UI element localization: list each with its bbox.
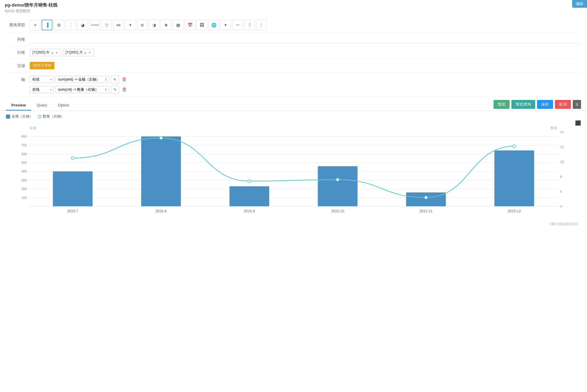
svg-text:4: 4 xyxy=(560,205,562,208)
heatmap-icon[interactable]: ▦ xyxy=(173,20,183,30)
preview-query-button[interactable]: 预览查询 xyxy=(511,100,535,109)
bar-icon[interactable]: ▐ xyxy=(42,20,52,30)
svg-text:2015-12: 2015-12 xyxy=(508,209,521,213)
tree-icon[interactable]: ❀ xyxy=(161,20,171,30)
svg-rect-29 xyxy=(494,150,534,206)
image-icon[interactable]: 🖼 xyxy=(196,20,207,30)
svg-text:400: 400 xyxy=(21,170,27,173)
stacked-bar-icon[interactable]: ⊞ xyxy=(54,20,64,30)
row-dim-row: 行维 [YQMD].年▲▼[YQMD].月▲▼ xyxy=(6,46,581,59)
svg-text:金额: 金额 xyxy=(30,126,36,130)
charttype-label: 图表类型 xyxy=(6,22,30,28)
svg-rect-28 xyxy=(406,192,446,206)
svg-rect-25 xyxy=(141,137,181,206)
col-dim-content xyxy=(30,36,581,43)
bubble-icon[interactable]: ⊚ xyxy=(137,20,148,30)
cancel-button[interactable]: 取消 xyxy=(555,100,571,109)
page-header: pg-demo/按年月销售-柱线 full-01-星型模型 xyxy=(0,0,587,15)
axis-mapping-select-1[interactable]: sum(cnt) -> 数量（右轴） xyxy=(55,86,109,93)
svg-text:2015-11: 2015-11 xyxy=(419,209,433,213)
dots-icon[interactable]: ⋮ xyxy=(256,20,267,30)
calendar-icon[interactable]: 📅 xyxy=(185,20,195,30)
tab-preview[interactable]: Preview xyxy=(6,101,31,111)
table-icon[interactable]: ≡ xyxy=(30,20,40,30)
main-chart-svg: 100200300400500600700800468101214金额数量201… xyxy=(6,120,581,221)
axis-delete-btn-1[interactable]: 🗑 xyxy=(121,87,128,92)
svg-text:2015-9: 2015-9 xyxy=(244,209,255,213)
axis-type-select-0[interactable]: 柱状 xyxy=(30,76,54,83)
legend-line-item: 数量（右轴） xyxy=(38,114,64,119)
svg-rect-24 xyxy=(53,171,93,206)
bowtie-icon[interactable]: ⋈ xyxy=(113,20,124,30)
svg-text:600: 600 xyxy=(21,152,27,156)
pie-icon[interactable]: ◕ xyxy=(77,20,88,30)
scatter-icon[interactable]: ⁚ xyxy=(65,20,76,30)
svg-text:2015-8: 2015-8 xyxy=(155,209,167,213)
row-dim-tag-0[interactable]: [YQMD].年▲▼ xyxy=(30,49,61,56)
extra-button[interactable]: S xyxy=(573,100,581,109)
axis-edit-btn-0[interactable]: ✎ xyxy=(111,75,119,84)
radar-icon[interactable]: ✦ xyxy=(125,20,136,30)
tabs-actions-row: PreviewQueryOption 预览 预览查询 保存 取消 S xyxy=(0,100,587,111)
filter-row: 过滤 2015下半年 xyxy=(6,59,581,72)
legend-line-label: 数量（右轴） xyxy=(43,114,64,119)
filter-tag[interactable]: 2015下半年 xyxy=(30,62,54,69)
tabs: PreviewQueryOption xyxy=(6,101,75,111)
axis-delete-btn-0[interactable]: 🗑 xyxy=(121,77,128,82)
row-dim-label: 行维 xyxy=(6,50,30,55)
axis-type-select-1[interactable]: 折线 xyxy=(30,86,54,93)
svg-text:500: 500 xyxy=(21,161,27,164)
svg-text:200: 200 xyxy=(21,187,27,191)
row-dim-filter-icon-1[interactable]: ▼ xyxy=(88,51,91,54)
svg-rect-26 xyxy=(230,186,269,206)
chart-footer: ©稀土掘金技术社区 xyxy=(6,222,581,226)
svg-text:14: 14 xyxy=(560,130,564,134)
axis-mapping-select-0[interactable]: sum(amt) -> 金额（左轴） xyxy=(55,76,109,83)
axis-row-1: 折线sum(cnt) -> 数量（右轴）✎🗑 xyxy=(30,85,128,94)
action-buttons: 预览 预览查询 保存 取消 S xyxy=(494,100,581,111)
row-dim-content: [YQMD].年▲▼[YQMD].月▲▼ xyxy=(30,49,581,56)
axis-content: 柱状sum(amt) -> 金额（左轴）✎🗑折线sum(cnt) -> 数量（右… xyxy=(30,75,581,94)
chart-wrapper: ⬛ 100200300400500600700800468101214金额数量2… xyxy=(6,120,581,221)
svg-text:800: 800 xyxy=(21,135,27,138)
legend-bar-icon xyxy=(6,115,10,119)
axis-edit-btn-1[interactable]: ✎ xyxy=(111,85,119,94)
config-section: 图表类型 ≡▐⊞⁚◕12,816▽⋈✦⊚◑❀▦📅🖼🌐✦⤳⤴⋮ 列维 行维 [YQ… xyxy=(0,15,587,99)
tab-option[interactable]: Option xyxy=(53,101,75,111)
top-bar-badge[interactable]: 编辑 xyxy=(572,0,587,8)
svg-point-32 xyxy=(248,180,251,183)
svg-text:6: 6 xyxy=(560,190,562,193)
svg-point-31 xyxy=(160,137,163,139)
filter-content: 2015下半年 xyxy=(30,62,581,69)
svg-text:12: 12 xyxy=(560,145,564,149)
chart-type-grid: ≡▐⊞⁚◕12,816▽⋈✦⊚◑❀▦📅🖼🌐✦⤳⤴⋮ xyxy=(30,20,581,30)
globe-icon[interactable]: 🌐 xyxy=(208,20,219,30)
flow-icon[interactable]: ⤳ xyxy=(232,20,243,30)
svg-text:8: 8 xyxy=(560,175,562,178)
svg-text:300: 300 xyxy=(21,178,27,182)
number-icon[interactable]: 12,816 xyxy=(89,20,100,30)
svg-point-30 xyxy=(71,157,74,160)
axis-row-0: 柱状sum(amt) -> 金额（左轴）✎🗑 xyxy=(30,75,128,84)
row-dim-tag-1[interactable]: [YQMD].月▲▼ xyxy=(63,49,94,56)
save-button[interactable]: 保存 xyxy=(537,100,553,109)
funnel-icon[interactable]: ▽ xyxy=(101,20,112,30)
preview-button[interactable]: 预览 xyxy=(494,100,510,109)
flow2-icon[interactable]: ⤴ xyxy=(244,20,255,30)
row-dim-filter-icon-0[interactable]: ▼ xyxy=(55,51,58,54)
svg-point-33 xyxy=(336,178,339,181)
tab-query[interactable]: Query xyxy=(31,101,52,111)
col-dim-input[interactable] xyxy=(30,36,581,43)
axis-row-container: 轴 柱状sum(amt) -> 金额（左轴）✎🗑折线sum(cnt) -> 数量… xyxy=(6,72,581,96)
chart-container: 金额（左轴） 数量（右轴） ⬛ 100200300400500600700800… xyxy=(0,111,587,226)
legend-bar-label: 金额（左轴） xyxy=(12,114,33,119)
col-dim-row: 列维 xyxy=(6,33,581,46)
gauge-icon[interactable]: ◑ xyxy=(149,20,160,30)
page-subtitle: full-01-星型模型 xyxy=(5,9,582,14)
star-icon[interactable]: ✦ xyxy=(220,20,231,30)
svg-text:数量: 数量 xyxy=(551,126,557,130)
svg-text:10: 10 xyxy=(560,160,564,164)
filter-label: 过滤 xyxy=(6,63,30,68)
legend-bar-item: 金额（左轴） xyxy=(6,114,33,119)
svg-rect-27 xyxy=(318,166,358,206)
